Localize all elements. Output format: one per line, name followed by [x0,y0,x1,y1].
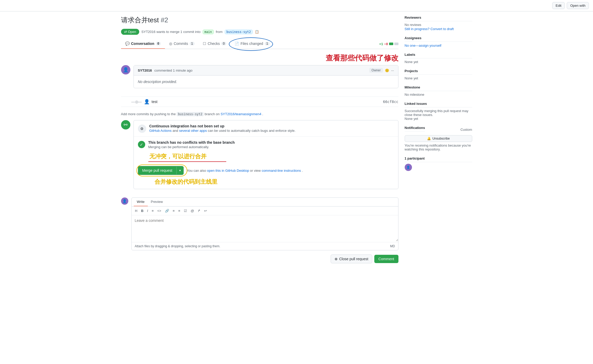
you-avatar: 👤 [121,197,128,205]
smiley-icon[interactable]: 🙂 [385,68,389,72]
linked-issues-desc: Successfully merging this pull request m… [405,109,472,117]
milestone-text: No milestone [405,93,472,97]
commit-row: —◎— 👤 test 66cf8cc [121,97,398,107]
sidebar-assignees: Assignees No one—assign yourself [405,36,472,47]
toolbar-bold[interactable]: B [140,208,145,214]
diff-plus: +1 [379,42,383,46]
commenter-avatar: 👤 [121,65,130,74]
push-branch: business-syt2 [177,112,204,116]
merge-btn-dropdown-icon[interactable]: ▾ [176,167,183,174]
markdown-icon: MD [390,244,395,248]
toolbar-undo[interactable]: ↩ [203,208,208,214]
unsubscribe-button[interactable]: 🔔 Unsubscribe [405,135,472,142]
push-repo-link[interactable]: SYT2016/teamassignmen4 [221,112,261,116]
main-content: 请求合并test #2 ⇄ Open SYT2016 wants to merg… [115,11,478,267]
sidebar-notifications: Notifications Custom 🔔 Unsubscribe You'r… [405,126,472,151]
projects-title: Projects [405,69,472,75]
write-tab-write[interactable]: Write [134,198,148,206]
merge-text: This branch has no conflicts with the ba… [148,140,235,149]
left-panel: 请求合并test #2 ⇄ Open SYT2016 wants to merg… [121,16,398,263]
assign-yourself-link[interactable]: No one—assign yourself [405,44,442,47]
base-branch[interactable]: main [203,30,214,34]
comment-textarea[interactable] [132,215,398,241]
write-toolbar: H B I ≡ <> 🔗 ≡ ≡ ☑ @ ↱ ↩ [132,207,398,215]
write-area-inner: Write Preview H B I ≡ <> 🔗 ≡ ≡ ☑ [131,197,398,263]
participant-avatar-icon: 👤 [406,166,410,169]
close-pr-button[interactable]: ⊗ Close pull request [331,255,372,263]
tab-checks-label: Checks [208,42,220,46]
tab-checks[interactable]: ☐ Checks 0 [199,39,230,49]
toolbar-italic[interactable]: I [146,208,149,214]
annotation-2: 无冲突，可以进行合并 [134,153,398,161]
head-branch[interactable]: business-syt2 [225,30,253,34]
avatar-icon: 👤 [123,67,129,73]
milestone-title: Milestone [405,85,472,91]
diff-bar-gray [394,43,398,45]
tab-files-changed-count: 1 [265,42,270,45]
comment-button[interactable]: Comment [374,255,398,263]
attach-hint: Attach files by dragging & dropping, sel… [135,244,221,248]
you-avatar-icon: 👤 [122,199,127,203]
more-icon[interactable]: ··· [391,68,394,72]
toolbar-heading[interactable]: H [134,208,139,214]
toolbar-reference[interactable]: ↱ [196,208,202,214]
open-desktop-link[interactable]: open this in GitHub Desktop [207,169,249,173]
commit-avatar-icon: 👤 [144,99,150,105]
tab-commits[interactable]: ◎ Commits 1 [165,39,199,49]
toolbar-ordered-list[interactable]: ≡ [177,208,182,214]
merge-btn-row: Merge pull request ▾ You can also open t… [134,163,398,178]
sidebar-participants: 1 participant 👤 [405,156,472,171]
toolbar-unordered-list[interactable]: ≡ [171,208,176,214]
labels-title: Labels [405,53,472,58]
top-bar: Edit Open with [0,0,593,11]
cli-instructions-link[interactable]: command-line instructions [262,169,301,173]
page-wrapper: Edit Open with 请求合并test #2 ⇄ Open SYT201… [0,0,593,267]
edit-button[interactable]: Edit [552,2,565,9]
commit-hash: 66cf8cc [383,100,398,104]
action-row: ⊗ Close pull request Comment [131,255,398,263]
tab-checks-count: 0 [221,42,226,45]
commit-name: test [152,100,158,104]
notification-hint: You're receiving notifications because y… [405,143,472,151]
participant-row: 👤 [405,164,472,171]
github-actions-link[interactable]: GitHub Actions [149,129,172,133]
merge-row: ✓ This branch has no conflicts with the … [134,137,398,153]
open-with-button[interactable]: Open with [567,2,589,9]
tab-commits-count: 1 [190,42,195,45]
merge-subtitle: Merging can be performed automatically. [148,145,235,149]
other-apps-link[interactable]: several other apps [179,129,207,133]
comment-box: SYT2016 commented 1 minute ago Owner 🙂 ·… [134,65,398,88]
ci-merge-row: ⚯ ⚙ Continuous integration has not been … [121,120,398,193]
comment-header: SYT2016 commented 1 minute ago Owner 🙂 ·… [134,65,398,75]
sidebar-reviewers: Reviewers No reviews Still in progress? … [405,16,472,31]
write-tab-preview[interactable]: Preview [148,198,166,206]
comment-thread: 👤 SYT2016 commented 1 minute ago Owner 🙂 [121,65,398,92]
toolbar-task-list[interactable]: ☑ [183,208,188,214]
merge-icon: ⇄ [124,30,127,34]
merge-status-icon: ⚯ [121,120,130,129]
owner-badge: Owner [369,68,383,73]
toolbar-link[interactable]: 🔗 [164,208,170,214]
convert-draft-link[interactable]: Still in progress? Convert to draft [405,27,454,31]
ci-box: ⚙ Continuous integration has not been se… [134,120,398,189]
participant-avatar: 👤 [405,164,412,171]
tab-conversation-label: Conversation [131,42,154,46]
toolbar-quote[interactable]: ≡ [150,208,155,214]
merge-button[interactable]: Merge pull request ▾ [138,166,184,175]
tab-conversation[interactable]: 💬 Conversation 0 [121,39,165,49]
comment-body: No description provided. [134,75,398,88]
checks-icon: ☐ [203,42,206,46]
pr-meta-text: SYT2016 wants to merge 1 commit into [141,30,201,34]
conversation-icon: 💬 [125,42,130,46]
copy-icon[interactable]: 📋 [255,30,259,34]
toolbar-code[interactable]: <> [156,208,163,214]
toolbar-mention[interactable]: @ [189,208,195,214]
diff-stats: +1 −0 [379,39,398,49]
pr-number: #2 [161,16,168,24]
commit-line-icon: —◎— [131,100,142,104]
pr-meta: ⇄ Open SYT2016 wants to merge 1 commit i… [121,29,398,35]
sidebar-milestone: Milestone No milestone [405,85,472,97]
tab-files-changed[interactable]: 📄 Files changed 1 [230,39,274,49]
from-text: from [216,30,223,34]
tab-files-changed-label: Files changed [241,42,263,46]
